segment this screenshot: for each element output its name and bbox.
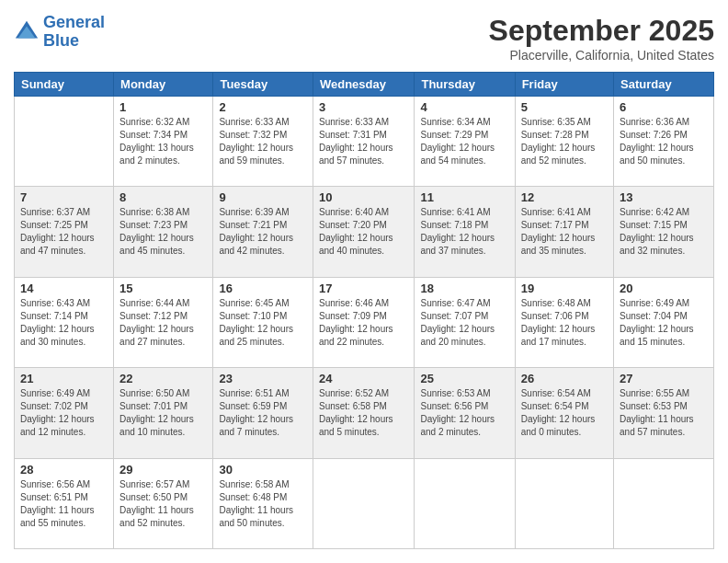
day-info: Sunrise: 6:41 AM Sunset: 7:17 PM Dayligh… [521,206,608,258]
day-number: 30 [219,463,307,477]
calendar-cell: 6Sunrise: 6:36 AM Sunset: 7:26 PM Daylig… [614,97,714,187]
calendar-cell: 21Sunrise: 6:49 AM Sunset: 7:02 PM Dayli… [15,368,114,458]
day-number: 3 [319,100,409,114]
calendar-cell: 20Sunrise: 6:49 AM Sunset: 7:04 PM Dayli… [614,277,714,367]
day-info: Sunrise: 6:40 AM Sunset: 7:20 PM Dayligh… [319,206,409,258]
day-number: 18 [420,282,508,295]
week-row-1: 1Sunrise: 6:32 AM Sunset: 7:34 PM Daylig… [15,97,714,187]
day-number: 17 [319,282,409,295]
day-info: Sunrise: 6:49 AM Sunset: 7:02 PM Dayligh… [20,387,108,439]
title-section: September 2025 Placerville, California, … [489,14,714,63]
weekday-header-thursday: Thursday [415,73,515,97]
calendar-cell: 16Sunrise: 6:45 AM Sunset: 7:10 PM Dayli… [213,277,313,367]
logo-line2: Blue [43,31,79,50]
day-number: 12 [521,190,608,204]
day-number: 14 [20,282,108,295]
logo: General Blue [14,14,105,51]
month-title: September 2025 [489,14,714,48]
day-info: Sunrise: 6:33 AM Sunset: 7:31 PM Dayligh… [319,116,409,167]
calendar-cell: 4Sunrise: 6:34 AM Sunset: 7:29 PM Daylig… [415,97,515,187]
day-number: 29 [119,463,207,477]
calendar-cell: 7Sunrise: 6:37 AM Sunset: 7:25 PM Daylig… [15,187,114,277]
week-row-2: 7Sunrise: 6:37 AM Sunset: 7:25 PM Daylig… [15,187,714,277]
day-info: Sunrise: 6:55 AM Sunset: 6:53 PM Dayligh… [620,387,708,439]
day-number: 22 [119,372,207,385]
day-info: Sunrise: 6:36 AM Sunset: 7:26 PM Dayligh… [620,116,708,167]
calendar-cell [313,458,415,548]
day-info: Sunrise: 6:58 AM Sunset: 6:48 PM Dayligh… [219,478,307,530]
logo-icon [14,19,40,45]
calendar-cell: 8Sunrise: 6:38 AM Sunset: 7:23 PM Daylig… [114,187,213,277]
day-info: Sunrise: 6:43 AM Sunset: 7:14 PM Dayligh… [20,297,108,349]
logo-line1: General [43,13,105,31]
calendar-cell [515,458,613,548]
week-row-4: 21Sunrise: 6:49 AM Sunset: 7:02 PM Dayli… [15,368,714,458]
calendar-cell: 3Sunrise: 6:33 AM Sunset: 7:31 PM Daylig… [313,97,415,187]
day-info: Sunrise: 6:53 AM Sunset: 6:56 PM Dayligh… [420,387,508,439]
day-info: Sunrise: 6:42 AM Sunset: 7:15 PM Dayligh… [620,206,708,258]
day-number: 28 [20,463,108,477]
day-number: 24 [319,372,409,385]
calendar-table: SundayMondayTuesdayWednesdayThursdayFrid… [14,72,714,549]
day-number: 6 [620,100,708,114]
weekday-header-wednesday: Wednesday [313,73,415,97]
calendar-cell: 17Sunrise: 6:46 AM Sunset: 7:09 PM Dayli… [313,277,415,367]
calendar-cell: 1Sunrise: 6:32 AM Sunset: 7:34 PM Daylig… [114,97,213,187]
calendar-cell: 11Sunrise: 6:41 AM Sunset: 7:18 PM Dayli… [415,187,515,277]
day-number: 7 [20,190,108,204]
calendar-cell: 12Sunrise: 6:41 AM Sunset: 7:17 PM Dayli… [515,187,613,277]
calendar-cell: 5Sunrise: 6:35 AM Sunset: 7:28 PM Daylig… [515,97,613,187]
day-info: Sunrise: 6:51 AM Sunset: 6:59 PM Dayligh… [219,387,307,439]
day-info: Sunrise: 6:34 AM Sunset: 7:29 PM Dayligh… [420,116,508,167]
calendar-cell: 9Sunrise: 6:39 AM Sunset: 7:21 PM Daylig… [213,187,313,277]
weekday-header-monday: Monday [114,73,213,97]
day-number: 8 [119,190,207,204]
day-number: 1 [119,100,207,114]
calendar-cell: 24Sunrise: 6:52 AM Sunset: 6:58 PM Dayli… [313,368,415,458]
day-info: Sunrise: 6:38 AM Sunset: 7:23 PM Dayligh… [119,206,207,258]
calendar-cell: 30Sunrise: 6:58 AM Sunset: 6:48 PM Dayli… [213,458,313,548]
day-number: 2 [219,100,307,114]
day-number: 11 [420,190,508,204]
day-info: Sunrise: 6:35 AM Sunset: 7:28 PM Dayligh… [521,116,608,167]
day-number: 25 [420,372,508,385]
logo-text: General Blue [43,14,105,51]
day-info: Sunrise: 6:47 AM Sunset: 7:07 PM Dayligh… [420,297,508,349]
day-info: Sunrise: 6:57 AM Sunset: 6:50 PM Dayligh… [119,478,207,530]
day-info: Sunrise: 6:56 AM Sunset: 6:51 PM Dayligh… [20,478,108,530]
day-info: Sunrise: 6:46 AM Sunset: 7:09 PM Dayligh… [319,297,409,349]
day-number: 15 [119,282,207,295]
calendar-cell: 22Sunrise: 6:50 AM Sunset: 7:01 PM Dayli… [114,368,213,458]
calendar-cell: 10Sunrise: 6:40 AM Sunset: 7:20 PM Dayli… [313,187,415,277]
day-number: 19 [521,282,608,295]
day-number: 16 [219,282,307,295]
day-info: Sunrise: 6:48 AM Sunset: 7:06 PM Dayligh… [521,297,608,349]
calendar-cell: 28Sunrise: 6:56 AM Sunset: 6:51 PM Dayli… [15,458,114,548]
weekday-header-tuesday: Tuesday [213,73,313,97]
day-info: Sunrise: 6:33 AM Sunset: 7:32 PM Dayligh… [219,116,307,167]
calendar-cell: 27Sunrise: 6:55 AM Sunset: 6:53 PM Dayli… [614,368,714,458]
day-info: Sunrise: 6:49 AM Sunset: 7:04 PM Dayligh… [620,297,708,349]
calendar-cell [614,458,714,548]
calendar-cell: 18Sunrise: 6:47 AM Sunset: 7:07 PM Dayli… [415,277,515,367]
weekday-header-saturday: Saturday [614,73,714,97]
calendar-cell: 25Sunrise: 6:53 AM Sunset: 6:56 PM Dayli… [415,368,515,458]
day-number: 27 [620,372,708,385]
day-number: 9 [219,190,307,204]
calendar-cell [15,97,114,187]
calendar-cell: 29Sunrise: 6:57 AM Sunset: 6:50 PM Dayli… [114,458,213,548]
calendar-cell: 19Sunrise: 6:48 AM Sunset: 7:06 PM Dayli… [515,277,613,367]
calendar-cell: 2Sunrise: 6:33 AM Sunset: 7:32 PM Daylig… [213,97,313,187]
calendar-cell [415,458,515,548]
day-number: 5 [521,100,608,114]
day-info: Sunrise: 6:52 AM Sunset: 6:58 PM Dayligh… [319,387,409,439]
weekday-header-friday: Friday [515,73,613,97]
page: General Blue September 2025 Placerville,… [0,0,728,563]
day-number: 13 [620,190,708,204]
calendar-cell: 23Sunrise: 6:51 AM Sunset: 6:59 PM Dayli… [213,368,313,458]
day-number: 26 [521,372,608,385]
calendar-cell: 15Sunrise: 6:44 AM Sunset: 7:12 PM Dayli… [114,277,213,367]
day-number: 10 [319,190,409,204]
day-info: Sunrise: 6:37 AM Sunset: 7:25 PM Dayligh… [20,206,108,258]
calendar-cell: 13Sunrise: 6:42 AM Sunset: 7:15 PM Dayli… [614,187,714,277]
